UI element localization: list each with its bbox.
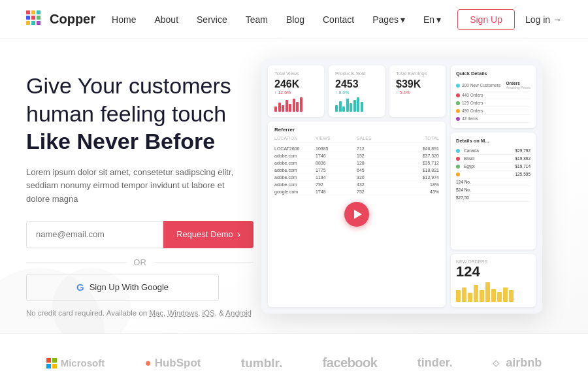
signup-button[interactable]: Sign Up — [457, 9, 515, 30]
svg-rect-5 — [37, 16, 41, 20]
brand-microsoft: Microsoft — [46, 357, 105, 368]
demo-button[interactable]: Request Demo › — [163, 221, 253, 248]
table-row: adobe.com 1746 152 $37,320 — [274, 152, 439, 159]
table-row: adobe.com 1134 320 $12,974 — [274, 174, 439, 181]
dashboard-mockup: Total Views 246K ↑ 12.6% — [261, 59, 562, 333]
chevron-down-icon: ▾ — [400, 14, 405, 25]
logo[interactable]: Copper — [26, 10, 95, 29]
brand-facebook: facebook — [323, 355, 378, 370]
brand-airbnb: ◇ airbnb — [493, 356, 542, 370]
play-button[interactable] — [344, 202, 369, 227]
table-row: adobe.com 8836 128 $35,712 — [274, 159, 439, 167]
mac-link[interactable]: Mac — [149, 309, 163, 317]
play-icon — [354, 210, 362, 219]
svg-rect-1 — [31, 10, 35, 14]
detail-row: Brazil $19,862 — [456, 155, 531, 163]
detail-row: 125,595 — [456, 171, 531, 178]
nav-blog[interactable]: Blog — [286, 14, 304, 25]
detail-row: $27,50 — [456, 194, 531, 202]
chevron-down-icon: ▾ — [436, 14, 441, 25]
stats-row: Total Views 246K ↑ 12.6% — [268, 65, 446, 117]
stat-views: Total Views 246K ↑ 12.6% — [268, 65, 324, 117]
divider-line-right — [153, 262, 253, 263]
navbar: Copper Home About Service Team Blog Cont… — [0, 0, 588, 39]
nav-service[interactable]: Service — [197, 14, 227, 25]
logo-text: Copper — [50, 12, 95, 27]
table-row: adobe.com 792 432 18% — [274, 181, 439, 188]
windows-link[interactable]: Windows — [168, 309, 199, 317]
qd-item: 42 Items — [456, 115, 531, 123]
hero-title-bold: Like Never Before — [26, 129, 215, 154]
android-link[interactable]: Android — [225, 309, 252, 317]
dashboard-visual: Total Views 246K ↑ 12.6% — [261, 59, 542, 314]
qd-item: 490 Orders — [456, 107, 531, 115]
order-bars — [456, 282, 531, 302]
brand-hubspot: ● HubSpot — [145, 357, 201, 370]
detail-row: Canada $29,792 — [456, 147, 531, 155]
microsoft-icon — [46, 358, 57, 368]
svg-rect-8 — [37, 21, 41, 25]
divider-line-left — [26, 262, 127, 263]
nav-about[interactable]: About — [154, 14, 178, 25]
detail-row: Egypt $19,714 — [456, 163, 531, 171]
arrow-icon: › — [237, 229, 240, 240]
svg-rect-2 — [37, 10, 41, 14]
svg-rect-3 — [26, 16, 30, 20]
login-button[interactable]: Log in → — [525, 14, 562, 25]
qd-item: 129 Orders — [456, 99, 531, 107]
nav-links: Home About Service Team Blog Contact Pag… — [112, 14, 441, 25]
stat-earnings: Total Earnings $39K ↑ 5.4% — [389, 65, 446, 117]
dashboard-right: Quick Details 200 New Customers Orders A… — [451, 65, 536, 307]
svg-rect-0 — [26, 10, 30, 14]
email-row: Request Demo › — [26, 221, 253, 248]
qd-item: 200 New Customers Orders Awaiting Prices — [456, 80, 531, 91]
or-divider: OR — [26, 257, 253, 267]
hero-title-line2: human feeling touch — [26, 101, 226, 126]
svg-rect-4 — [31, 16, 35, 20]
hero-section: Give Your customers human feeling touch … — [0, 39, 588, 359]
nav-home[interactable]: Home — [112, 14, 136, 25]
table-row: adobe.com 1775 645 $18,821 — [274, 167, 439, 174]
detail-row: 124 No. — [456, 178, 531, 186]
or-text: OR — [133, 257, 146, 267]
nav-contact[interactable]: Contact — [323, 14, 354, 25]
hero-description: Lorem ipsum dolor sit amet, consetetur s… — [26, 166, 248, 206]
detail-row: $24 No. — [456, 186, 531, 194]
nav-right: Sign Up Log in → — [457, 9, 562, 30]
ios-link[interactable]: iOS — [203, 309, 215, 317]
table-row: LOCAT2606 10385 712 $46,891 — [274, 145, 439, 152]
hero-title-line1: Give Your customers — [26, 73, 231, 98]
table-row: google.com 1748 752 43% — [274, 188, 439, 195]
quick-details-card: Quick Details 200 New Customers Orders A… — [451, 65, 536, 128]
airbnb-icon: ◇ — [493, 358, 499, 368]
qd-item: 440 Orders — [456, 91, 531, 99]
email-input[interactable] — [26, 221, 163, 248]
svg-rect-7 — [31, 21, 35, 25]
nav-pages-dropdown[interactable]: Pages ▾ — [372, 14, 405, 25]
referrer-table: Referrer LOCATION VIEWS SALES TOTAL LOCA… — [268, 122, 446, 307]
stat-products: Products Sold 2453 ↑ 8.6% — [329, 65, 385, 117]
brand-tumblr: tumblr. — [241, 356, 282, 370]
details-card: Details on M... Canada $29,792 Brazil — [451, 133, 536, 250]
brand-tinder: tinder. — [417, 356, 453, 370]
logo-icon — [26, 10, 44, 29]
dashboard-left: Total Views 246K ↑ 12.6% — [268, 65, 446, 307]
hero-title: Give Your customers human feeling touch … — [26, 72, 253, 155]
new-orders-card: NEW ORDERS 124 — [451, 254, 536, 307]
nav-team[interactable]: Team — [246, 14, 268, 25]
nav-lang-dropdown[interactable]: En ▾ — [423, 14, 441, 25]
footer-logos: Microsoft ● HubSpot tumblr. facebook tin… — [0, 333, 588, 392]
svg-rect-6 — [26, 21, 30, 25]
